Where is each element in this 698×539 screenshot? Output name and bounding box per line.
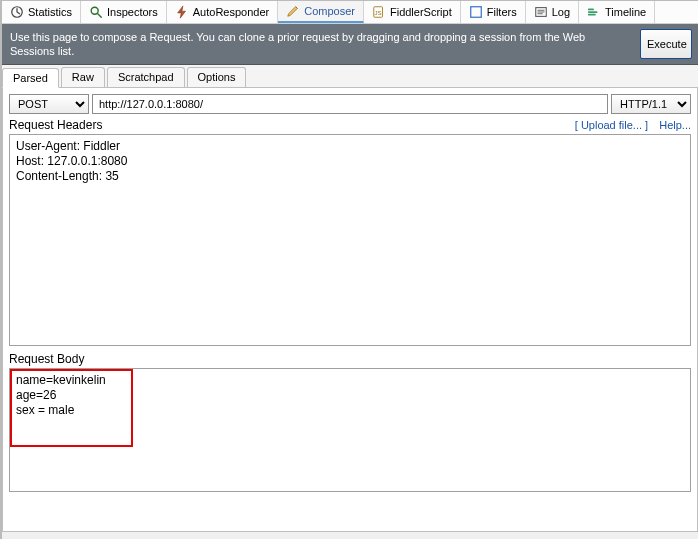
headers-content: User-Agent: Fiddler Host: 127.0.0.1:8080… [10,135,690,188]
composer-parsed-panel: POST HTTP/1.1 Request Headers [ Upload f… [2,87,698,532]
request-headers-textarea[interactable]: User-Agent: Fiddler Host: 127.0.0.1:8080… [9,134,691,346]
svg-point-1 [91,7,98,14]
magnifier-icon [89,5,103,19]
headers-links: [ Upload file... ] Help... [567,119,691,131]
tab-label: FiddlerScript [390,6,452,18]
tab-label: Timeline [605,6,646,18]
script-icon: JS [372,5,386,19]
subtab-options[interactable]: Options [187,67,247,87]
log-icon [534,5,548,19]
help-link[interactable]: Help... [659,119,691,131]
tab-composer[interactable]: Composer [278,1,364,23]
execute-button[interactable]: Execute [640,29,692,59]
clock-icon [10,5,24,19]
headers-title: Request Headers [9,118,567,132]
tab-filters[interactable]: Filters [461,1,526,23]
tab-label: Inspectors [107,6,158,18]
upload-file-link[interactable]: [ Upload file... ] [575,119,648,131]
tab-inspectors[interactable]: Inspectors [81,1,167,23]
fiddler-composer-panel: Statistics Inspectors AutoResponder Comp… [0,0,698,539]
filter-icon [469,5,483,19]
subtab-raw[interactable]: Raw [61,67,105,87]
composer-subtabs: Parsed Raw Scratchpad Options [2,65,698,87]
tab-label: Log [552,6,570,18]
tab-label: Statistics [28,6,72,18]
tab-label: AutoResponder [193,6,269,18]
tab-label: Filters [487,6,517,18]
svg-rect-4 [470,7,481,18]
pencil-icon [286,4,300,18]
request-line-row: POST HTTP/1.1 [9,94,691,114]
body-section: Request Body name=kevinkelin age=26 sex … [9,352,691,492]
tab-log[interactable]: Log [526,1,579,23]
svg-text:JS: JS [375,9,382,16]
http-method-select[interactable]: POST [9,94,89,114]
bolt-icon [175,5,189,19]
tab-fiddlerscript[interactable]: JS FiddlerScript [364,1,461,23]
info-text: Use this page to compose a Request. You … [2,25,634,63]
execute-wrapper: Execute [634,25,698,63]
headers-section-header: Request Headers [ Upload file... ] Help.… [9,118,691,132]
body-content: name=kevinkelin age=26 sex = male [10,369,690,422]
subtab-parsed[interactable]: Parsed [2,68,59,88]
timeline-icon [587,5,601,19]
request-body-textarea[interactable]: name=kevinkelin age=26 sex = male [9,368,691,492]
main-tab-strip: Statistics Inspectors AutoResponder Comp… [2,1,698,24]
tab-statistics[interactable]: Statistics [2,1,81,23]
tab-autoresponder[interactable]: AutoResponder [167,1,278,23]
http-protocol-select[interactable]: HTTP/1.1 [611,94,691,114]
composer-info-bar: Use this page to compose a Request. You … [2,24,698,65]
request-url-input[interactable] [92,94,608,114]
tab-label: Composer [304,5,355,17]
tab-timeline[interactable]: Timeline [579,1,655,23]
body-title: Request Body [9,352,691,366]
subtab-scratchpad[interactable]: Scratchpad [107,67,185,87]
